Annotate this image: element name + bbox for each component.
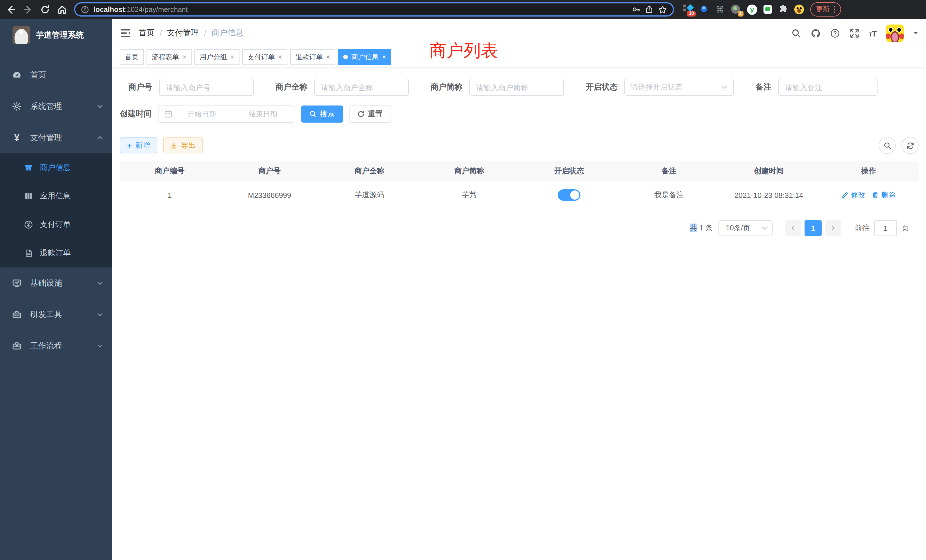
kebab-menu-icon [834,6,835,13]
share-icon[interactable] [645,5,654,14]
chevron-down-icon [97,103,103,109]
status-select[interactable]: 请选择开启状态 [624,79,734,96]
app-logo-row[interactable]: 芋道管理系统 [0,19,112,51]
edit-link[interactable]: 修改 [842,190,865,200]
tab-refund-order[interactable]: 退款订单× [290,49,335,65]
close-icon[interactable]: × [382,53,386,61]
trash-icon [872,192,879,198]
button-label: 重置 [368,109,383,119]
extension-tampermonkey-icon[interactable]: 10 [683,5,693,14]
sidebar-item-system[interactable]: 系统管理 [0,91,112,122]
sidebar-item-refund-order[interactable]: 退款订单 [0,239,112,268]
field-label: 备注 [755,82,772,92]
sidebar-item-merchant-info[interactable]: 商户信息 [0,153,112,182]
help-icon[interactable] [830,28,840,38]
sidebar-item-devtools[interactable]: 研发工具 [0,299,112,330]
app-logo [12,26,30,44]
field-label: 开启状态 [586,82,617,92]
table-header-row: 商户编号 商户号 商户全称 商户简称 开启状态 备注 创建时间 操作 [120,161,918,182]
filter-merchant-no: 商户号 [128,79,254,96]
export-button[interactable]: 导出 [163,138,203,153]
filter-form: 商户号 商户全称 商户简称 开启状态 请选择开启状态 [112,67,926,123]
document-icon [24,249,33,258]
toggle-search-button[interactable] [879,137,896,154]
avatar-caret-icon[interactable] [914,32,918,36]
github-icon[interactable] [811,28,820,38]
page-unit-label: 页 [902,223,909,233]
sidebar-item-app-info[interactable]: 应用信息 [0,182,112,210]
sidebar-item-pay-order[interactable]: 支付订单 [0,210,112,239]
extension-y-icon[interactable]: y [747,4,757,15]
pager: 1 [785,220,841,236]
reload-icon[interactable] [40,4,50,15]
home-icon[interactable] [57,4,67,15]
close-icon[interactable]: × [230,53,235,61]
grid-icon [24,192,33,201]
tab-user-group[interactable]: 用户分组× [194,49,239,65]
tab-merchant-info[interactable]: 商户信息× [338,49,391,65]
gear-icon [12,101,22,111]
refresh-table-button[interactable] [902,137,918,154]
breadcrumb-home[interactable]: 首页 [139,28,154,38]
extensions-puzzle-icon[interactable] [778,5,788,14]
sidebar-item-label: 商户信息 [40,162,71,173]
next-page-button[interactable] [825,220,841,236]
search-icon[interactable] [791,28,801,38]
browser-menu-update-button[interactable]: 更新 [810,2,841,17]
column-header: 创建时间 [719,161,819,181]
fullscreen-icon[interactable] [849,28,859,38]
add-button[interactable]: + 新增 [120,138,157,153]
goto-page-input[interactable] [874,220,897,236]
merchant-name-input[interactable] [314,79,409,96]
tab-home[interactable]: 首页 [120,49,144,65]
site-info-icon[interactable] [81,5,89,14]
selected-text: 共 [690,224,697,232]
extension-chat-icon[interactable] [764,5,772,14]
sidebar-item-pay[interactable]: ¥ 支付管理 [0,122,112,153]
shop-icon [24,163,33,172]
extension-proxy-icon[interactable]: 1 [731,5,741,14]
status-toggle[interactable] [558,189,581,201]
merchant-short-input[interactable] [469,79,564,96]
column-header: 商户全称 [319,161,419,181]
breadcrumb-pay[interactable]: 支付管理 [167,28,199,38]
profile-avatar[interactable] [794,5,804,14]
sidebar-item-label: 支付订单 [40,219,71,230]
plus-icon: + [127,141,132,150]
reset-button[interactable]: 重置 [349,106,391,123]
table-row: 1 M233666999 芋道源码 芋艿 我是备注 2021-10-23 08:… [120,182,918,209]
app-title: 芋道管理系统 [36,30,84,40]
sidebar-collapse-icon[interactable] [120,29,130,38]
user-avatar[interactable] [886,24,904,42]
sidebar-item-infra[interactable]: 基础设施 [0,268,112,299]
tab-pay-order[interactable]: 支付订单× [242,49,287,65]
tab-process-form[interactable]: 流程表单× [147,49,192,65]
address-bar[interactable]: localhost:1024/pay/merchant [74,2,674,17]
page-size-select[interactable]: 10条/页 [719,220,773,236]
close-icon[interactable]: × [278,53,282,61]
sidebar-item-workflow[interactable]: 工作流程 [0,330,112,362]
close-icon[interactable]: × [183,53,186,61]
chevron-down-icon [722,85,728,90]
bookmark-star-icon[interactable] [658,5,667,14]
sidebar-item-home[interactable]: 首页 [0,59,112,91]
delete-link[interactable]: 删除 [872,190,896,200]
extension-command-icon[interactable]: ⌘ [715,5,725,14]
back-icon[interactable] [6,4,16,15]
remark-input[interactable] [778,79,878,96]
page-number-1[interactable]: 1 [805,220,822,236]
yen-circle-icon [24,220,33,229]
extension-pin-icon[interactable] [699,5,709,14]
search-button[interactable]: 搜索 [301,106,343,123]
prev-page-button[interactable] [785,220,801,236]
chevron-right-icon [830,225,836,231]
create-time-range-picker[interactable]: 开始日期 - 结束日期 [159,106,294,123]
extension-area: 10 ⌘ 1 y 更新 [683,2,841,17]
sidebar: 芋道管理系统 首页 系统管理 ¥ 支付管理 商户信息 [0,19,112,560]
font-size-icon[interactable]: TT [869,28,876,38]
password-key-icon[interactable] [632,5,640,14]
merchant-no-input[interactable] [159,79,254,96]
close-icon[interactable]: × [326,53,330,61]
forward-icon[interactable] [23,4,33,15]
chevron-left-icon [790,225,796,231]
